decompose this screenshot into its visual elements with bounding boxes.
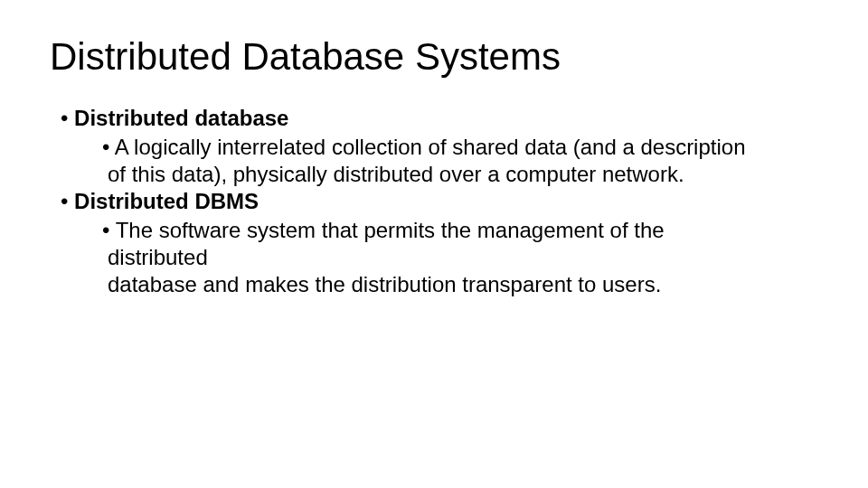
bullet-label: Distributed DBMS — [74, 189, 259, 213]
bullet-label: Distributed database — [74, 106, 288, 130]
bullet-level1: • Distributed database — [61, 105, 818, 132]
bullet-dot-icon: • — [102, 218, 109, 242]
bullet-level2: • A logically interrelated collection of… — [102, 134, 818, 161]
bullet-dot-icon: • — [61, 106, 68, 130]
slide-title: Distributed Database Systems — [50, 36, 818, 78]
slide-body: • Distributed database • A logically int… — [50, 105, 818, 298]
bullet-level1: • Distributed DBMS — [61, 188, 818, 215]
bullet-text-cont: distributed — [97, 244, 818, 271]
bullet-text-cont: of this data), physically distributed ov… — [97, 161, 818, 188]
slide: Distributed Database Systems • Distribut… — [0, 0, 868, 488]
bullet-text-cont: database and makes the distribution tran… — [97, 271, 818, 298]
bullet-level2: • The software system that permits the m… — [102, 217, 818, 244]
bullet-text: A logically interrelated collection of s… — [115, 135, 746, 159]
bullet-dot-icon: • — [61, 189, 68, 213]
bullet-dot-icon: • — [102, 135, 109, 159]
bullet-text: The software system that permits the man… — [116, 218, 665, 242]
